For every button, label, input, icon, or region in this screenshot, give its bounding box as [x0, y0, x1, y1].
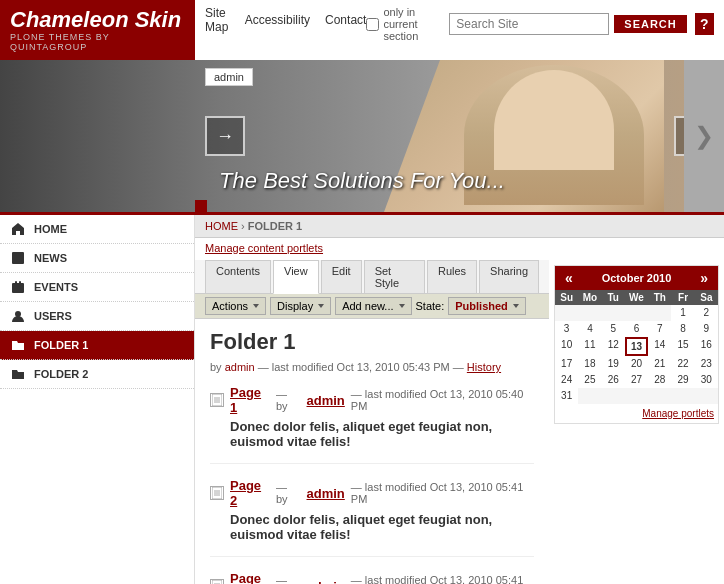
cal-cell-3[interactable]: 3: [555, 321, 578, 337]
cal-cell: [555, 305, 578, 321]
content-item-page3: Page 3 — by admin — last modified Oct 13…: [210, 571, 534, 584]
cal-cell-23[interactable]: 23: [695, 356, 718, 372]
cal-cell-16[interactable]: 16: [695, 337, 718, 356]
help-button[interactable]: ?: [695, 13, 714, 35]
cal-tue: Tu: [602, 290, 625, 305]
cal-cell-30[interactable]: 30: [695, 372, 718, 388]
cal-cell-31[interactable]: 31: [555, 388, 578, 404]
cal-cell-27[interactable]: 27: [625, 372, 648, 388]
folder2-icon: [10, 367, 26, 381]
cal-cell-7[interactable]: 7: [648, 321, 671, 337]
cal-cell-28[interactable]: 28: [648, 372, 671, 388]
cal-cell-24[interactable]: 24: [555, 372, 578, 388]
right-sidebar: « October 2010 » Su Mo Tu We Th Fr Sa: [549, 260, 724, 584]
cal-cell-12[interactable]: 12: [602, 337, 625, 356]
breadcrumb-current: FOLDER 1: [248, 220, 302, 232]
sidebar-item-folder1[interactable]: FOLDER 1: [0, 331, 194, 360]
cal-cell-13[interactable]: 13: [625, 337, 648, 356]
cal-cell-18[interactable]: 18: [578, 356, 601, 372]
manage-content-portlets-link[interactable]: Manage content portlets: [205, 242, 323, 254]
cal-cell-14[interactable]: 14: [648, 337, 671, 356]
cal-cell: [578, 305, 601, 321]
cal-cell: [602, 388, 625, 404]
content-item-page2: Page 2 — by admin — last modified Oct 13…: [210, 478, 534, 557]
tab-edit[interactable]: Edit: [321, 260, 362, 293]
cal-cell-21[interactable]: 21: [648, 356, 671, 372]
page2-link[interactable]: Page 2: [230, 478, 270, 508]
actions-dropdown[interactable]: Actions: [205, 297, 266, 315]
manage-portlets-bar: Manage content portlets: [195, 238, 724, 260]
page2-desc: Donec dolor felis, aliquet eget feugiat …: [230, 512, 534, 542]
page2-icon: [210, 486, 224, 500]
calendar-prev[interactable]: «: [559, 270, 579, 286]
tab-contents[interactable]: Contents: [205, 260, 271, 293]
cal-cell-11[interactable]: 11: [578, 337, 601, 356]
cal-cell: [625, 388, 648, 404]
page1-link[interactable]: Page 1: [230, 385, 270, 415]
cal-cell-17[interactable]: 17: [555, 356, 578, 372]
cal-cell-15[interactable]: 15: [671, 337, 694, 356]
manage-portlets-link[interactable]: Manage portlets: [642, 408, 714, 419]
gray-nav-arrow[interactable]: ❯: [684, 60, 724, 212]
cal-cell-26[interactable]: 26: [602, 372, 625, 388]
cal-sun: Su: [555, 290, 578, 305]
sidebar-item-home[interactable]: HOME: [0, 215, 194, 244]
state-dropdown[interactable]: Published: [448, 297, 526, 315]
sidebar-item-news[interactable]: NEWS: [0, 244, 194, 273]
tab-rules[interactable]: Rules: [427, 260, 477, 293]
tab-view[interactable]: View: [273, 260, 319, 294]
sidebar: HOME NEWS EVENTS USERS FOLDER 1: [0, 215, 195, 584]
folder1-icon: [10, 338, 26, 352]
add-new-dropdown[interactable]: Add new...: [335, 297, 411, 315]
logo-subtitle: PLONE THEMES BY QUINTAGROUP: [10, 32, 185, 52]
display-dropdown[interactable]: Display: [270, 297, 331, 315]
contact-link[interactable]: Contact: [325, 13, 366, 27]
folder-author-link[interactable]: admin: [225, 361, 255, 373]
cal-cell-1[interactable]: 1: [671, 305, 694, 321]
breadcrumb-home[interactable]: HOME: [205, 220, 238, 232]
calendar-title: October 2010: [602, 272, 672, 284]
cal-cell-10[interactable]: 10: [555, 337, 578, 356]
cal-cell-4[interactable]: 4: [578, 321, 601, 337]
sidebar-item-events[interactable]: EVENTS: [0, 273, 194, 302]
cal-cell-6[interactable]: 6: [625, 321, 648, 337]
tab-set-style[interactable]: Set Style: [364, 260, 425, 293]
page1-author-link[interactable]: admin: [307, 393, 345, 408]
search-button[interactable]: SEARCH: [614, 15, 686, 33]
calendar-next[interactable]: »: [694, 270, 714, 286]
search-input[interactable]: [449, 13, 609, 35]
cal-cell-25[interactable]: 25: [578, 372, 601, 388]
content-tabs: Contents View Edit Set Style Rules Shari…: [195, 260, 549, 294]
sidebar-item-users[interactable]: USERS: [0, 302, 194, 331]
cal-cell-8[interactable]: 8: [671, 321, 694, 337]
sidebar-label-home: HOME: [34, 223, 67, 235]
page1-desc: Donec dolor felis, aliquet eget feugiat …: [230, 419, 534, 449]
cal-cell-20[interactable]: 20: [625, 356, 648, 372]
cal-thu: Th: [648, 290, 671, 305]
cal-cell-29[interactable]: 29: [671, 372, 694, 388]
page2-author-link[interactable]: admin: [307, 486, 345, 501]
admin-label[interactable]: admin: [205, 68, 253, 86]
breadcrumb-separator: ›: [241, 220, 245, 232]
page1-icon: [210, 393, 224, 407]
top-navigation: Site Map Accessibility Contact: [205, 6, 366, 34]
banner: admin → → The Best Solutions For You... …: [0, 60, 724, 215]
page3-author-link[interactable]: admin: [307, 579, 345, 585]
banner-prev-button[interactable]: →: [205, 116, 245, 156]
only-in-section-checkbox[interactable]: [366, 18, 379, 31]
red-square-left: [195, 200, 207, 212]
cal-cell-19[interactable]: 19: [602, 356, 625, 372]
site-map-link[interactable]: Site Map: [205, 6, 230, 34]
folder-history-link[interactable]: History: [467, 361, 501, 373]
cal-cell-2[interactable]: 2: [695, 305, 718, 321]
accessibility-link[interactable]: Accessibility: [245, 13, 310, 27]
sidebar-label-news: NEWS: [34, 252, 67, 264]
tab-sharing[interactable]: Sharing: [479, 260, 539, 293]
page3-link[interactable]: Page 3: [230, 571, 270, 584]
cal-cell-9[interactable]: 9: [695, 321, 718, 337]
cal-cell-5[interactable]: 5: [602, 321, 625, 337]
actions-chevron: [253, 304, 259, 308]
sidebar-item-folder2[interactable]: FOLDER 2: [0, 360, 194, 389]
cal-cell-22[interactable]: 22: [671, 356, 694, 372]
cal-sat: Sa: [695, 290, 718, 305]
